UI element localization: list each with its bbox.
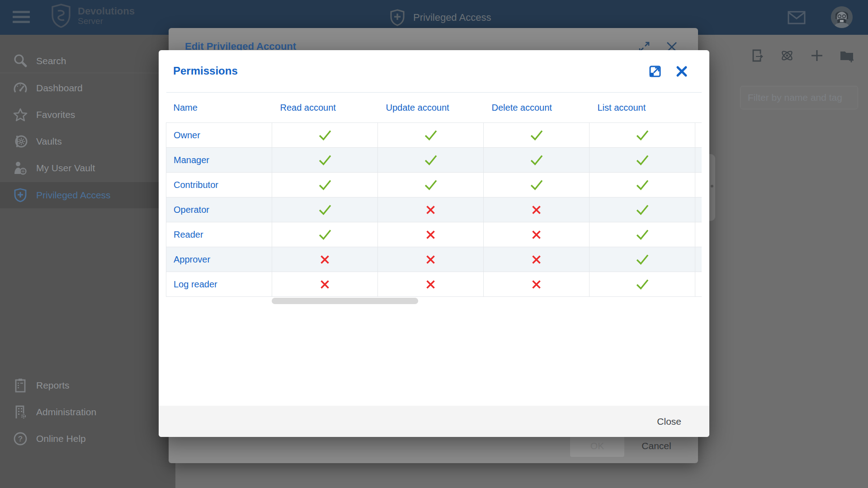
mail-icon[interactable] <box>788 11 806 24</box>
sidebar-divider <box>0 73 175 73</box>
permissions-modal: Permissions Name Read account Update acc… <box>159 50 709 437</box>
avatar[interactable] <box>831 6 853 28</box>
clipped-cell <box>695 148 702 173</box>
sidebar-item-label: Vaults <box>36 136 62 147</box>
column-header-list[interactable]: List account <box>590 93 695 123</box>
role-name: Manager <box>166 148 272 173</box>
permission-cell <box>378 222 484 247</box>
ok-button[interactable]: OK <box>570 435 624 457</box>
check-icon <box>318 129 332 141</box>
filter-input[interactable] <box>740 86 858 109</box>
table-row[interactable]: Owner <box>166 123 702 148</box>
cancel-button[interactable]: Cancel <box>632 437 681 455</box>
modal-title: Permissions <box>173 61 238 81</box>
table-row[interactable]: Reader <box>166 222 702 247</box>
table-row[interactable]: Approver <box>166 247 702 272</box>
permission-cell <box>272 123 378 148</box>
check-icon <box>318 154 332 166</box>
sidebar-item-label: Online Help <box>36 433 86 444</box>
role-name: Contributor <box>166 173 272 197</box>
sidebar-item-reports[interactable]: Reports <box>0 372 175 399</box>
check-icon <box>530 154 543 166</box>
menu-toggle-button[interactable] <box>13 11 31 24</box>
column-header-read[interactable]: Read account <box>272 93 378 123</box>
role-name: Log reader <box>166 272 272 297</box>
report-icon <box>13 378 28 393</box>
sidebar-item-label: Search <box>36 56 66 66</box>
column-header-update[interactable]: Update account <box>378 93 484 123</box>
cross-icon <box>320 279 330 290</box>
sidebar-item-my-user-vault[interactable]: My User Vault <box>0 155 175 181</box>
check-icon <box>636 129 649 141</box>
column-header-delete[interactable]: Delete account <box>484 93 590 123</box>
modal-expand-icon[interactable] <box>648 65 662 78</box>
question-circle-icon: ? <box>13 431 28 446</box>
check-icon <box>318 179 332 191</box>
clipped-cell <box>695 197 702 222</box>
column-header-clipped <box>695 93 702 123</box>
check-icon <box>424 179 438 191</box>
permission-cell <box>484 123 590 148</box>
sidebar-item-privileged-access[interactable]: Privileged Access <box>0 182 175 208</box>
atom-icon[interactable] <box>779 48 795 63</box>
check-icon <box>636 204 649 216</box>
cross-icon <box>320 254 330 265</box>
permission-cell <box>378 173 484 197</box>
clipped-cell <box>695 123 702 148</box>
modal-footer: Close <box>159 406 709 437</box>
permission-cell <box>484 173 590 197</box>
sidebar-item-online-help[interactable]: ? Online Help <box>0 426 175 452</box>
sidebar-item-vaults[interactable]: Vaults <box>0 128 175 155</box>
check-icon <box>636 253 649 265</box>
plus-icon[interactable] <box>809 48 825 63</box>
permission-cell <box>272 148 378 173</box>
star-icon <box>13 107 28 122</box>
sidebar-item-label: Favorites <box>36 109 75 120</box>
cross-icon <box>531 254 542 265</box>
column-header-name[interactable]: Name <box>166 93 272 123</box>
modal-close-icon[interactable] <box>675 65 688 78</box>
building-gear-icon <box>13 404 28 420</box>
sidebar: Search Dashboard Favorites Vaults My Us <box>0 35 175 488</box>
permission-cell <box>272 222 378 247</box>
page-title: Privileged Access <box>413 12 491 23</box>
permission-cell <box>484 272 590 297</box>
brand-line2: Server <box>78 17 135 26</box>
check-icon <box>636 179 649 191</box>
check-icon <box>424 154 438 166</box>
horizontal-scrollbar-thumb[interactable] <box>272 298 418 304</box>
clipped-cell <box>695 247 702 272</box>
check-icon <box>636 229 649 240</box>
sidebar-item-dashboard[interactable]: Dashboard <box>0 75 175 101</box>
clipped-cell <box>695 272 702 297</box>
sidebar-item-label: Privileged Access <box>36 190 111 201</box>
check-icon <box>636 154 649 166</box>
cross-icon <box>425 205 436 215</box>
folder-plus-icon[interactable] <box>839 48 854 63</box>
sidebar-item-favorites[interactable]: Favorites <box>0 102 175 128</box>
role-name: Operator <box>166 197 272 222</box>
permission-cell <box>378 247 484 272</box>
shield-plus-icon <box>13 188 28 203</box>
close-button[interactable]: Close <box>652 412 686 431</box>
permission-cell <box>484 222 590 247</box>
table-row[interactable]: Manager <box>166 148 702 173</box>
table-row[interactable]: Log reader <box>166 272 702 297</box>
check-icon <box>424 129 438 141</box>
dashboard-gauge-icon <box>13 80 28 96</box>
content-toolbar <box>750 48 854 63</box>
vault-icon <box>13 134 28 149</box>
table-row[interactable]: Operator <box>166 197 702 222</box>
permission-cell <box>590 272 695 297</box>
permission-cell <box>272 197 378 222</box>
permissions-table: Name Read account Update account Delete … <box>166 92 702 297</box>
cross-icon <box>425 254 436 265</box>
cross-icon <box>531 279 542 290</box>
sidebar-item-administration[interactable]: Administration <box>0 399 175 425</box>
table-row[interactable]: Contributor <box>166 173 702 197</box>
permission-cell <box>272 247 378 272</box>
export-file-icon[interactable] <box>750 48 765 63</box>
check-icon <box>530 129 543 141</box>
privileged-access-shield-icon <box>390 9 405 26</box>
sidebar-item-search[interactable]: Search <box>0 48 175 74</box>
